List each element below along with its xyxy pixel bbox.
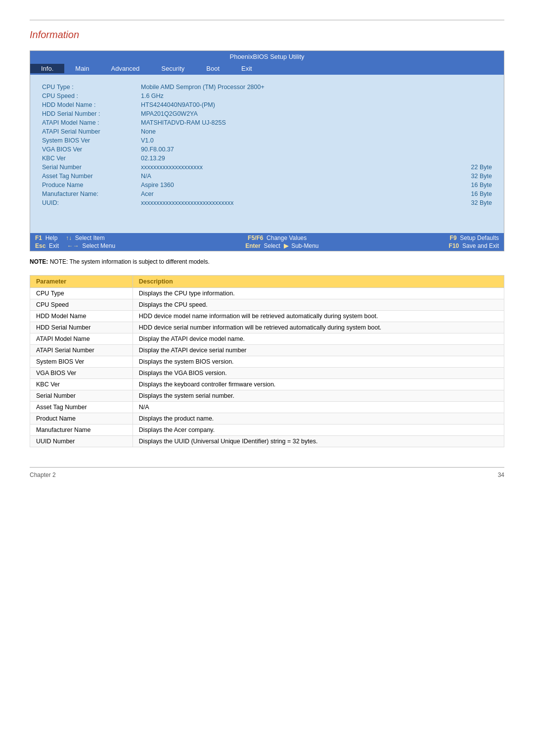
- bios-row-value: 02.13.29: [141, 155, 492, 162]
- bios-info-row: VGA BIOS Ver90.F8.00.37: [42, 146, 492, 153]
- note-label: NOTE:: [30, 258, 48, 265]
- table-cell-parameter: ATAPI Serial Number: [30, 345, 133, 356]
- table-cell-description: Display the ATAPI device serial number: [133, 345, 504, 356]
- bios-footer-row1: F1 Help ↑↓ Select Item F5/F6 Change Valu…: [35, 235, 499, 241]
- table-row: ATAPI Model NameDisplay the ATAPI device…: [30, 333, 504, 345]
- bios-row-value: N/A: [141, 173, 452, 180]
- bios-row-value: HTS4244040N9AT00-(PM): [141, 101, 492, 108]
- table-cell-parameter: ATAPI Model Name: [30, 333, 133, 345]
- table-row: UUID NumberDisplays the UUID (Universal …: [30, 436, 504, 447]
- bios-row-byte: 16 Byte: [452, 190, 492, 197]
- bios-info-row: HDD Serial Number :MPA201Q2G0W2YA: [42, 110, 492, 117]
- table-cell-parameter: Manufacturer Name: [30, 425, 133, 436]
- parameter-table: Parameter Description CPU TypeDisplays t…: [30, 275, 504, 447]
- table-row: HDD Serial NumberHDD device serial numbe…: [30, 322, 504, 333]
- table-row: HDD Model NameHDD device model name info…: [30, 311, 504, 322]
- table-header-parameter: Parameter: [30, 276, 133, 288]
- bios-row-label: VGA BIOS Ver: [42, 146, 141, 153]
- bios-row-byte: 16 Byte: [452, 182, 492, 189]
- table-cell-description: HDD device serial number information wil…: [133, 322, 504, 333]
- bottom-rule: [30, 467, 504, 468]
- bios-info-row: KBC Ver02.13.29: [42, 155, 492, 162]
- table-cell-description: Displays the VGA BIOS version.: [133, 368, 504, 379]
- table-cell-description: Displays the system serial number.: [133, 390, 504, 402]
- page-footer: Chapter 2 34: [30, 472, 504, 478]
- table-row: System BIOS VerDisplays the system BIOS …: [30, 356, 504, 368]
- bios-info-row: Produce NameAspire 136016 Byte: [42, 182, 492, 189]
- table-row: Manufacturer NameDisplays the Acer compa…: [30, 425, 504, 436]
- bios-row-value: 1.6 GHz: [141, 93, 492, 99]
- table-cell-description: HDD device model name information will b…: [133, 311, 504, 322]
- bios-nav-advanced[interactable]: Advanced: [100, 64, 150, 73]
- table-cell-parameter: CPU Type: [30, 288, 133, 299]
- table-cell-parameter: KBC Ver: [30, 379, 133, 390]
- bios-row-label: CPU Speed :: [42, 93, 141, 99]
- bios-nav-security[interactable]: Security: [150, 64, 195, 73]
- bios-info-row: CPU Speed :1.6 GHz: [42, 93, 492, 99]
- table-row: VGA BIOS VerDisplays the VGA BIOS versio…: [30, 368, 504, 379]
- table-cell-parameter: Serial Number: [30, 390, 133, 402]
- bios-info-row: ATAPI Model Name :MATSHITADVD-RAM UJ-825…: [42, 119, 492, 126]
- footer-f9: F9 Setup Defaults: [450, 235, 499, 241]
- bios-row-value: MATSHITADVD-RAM UJ-825S: [141, 119, 492, 126]
- bios-row-label: HDD Serial Number :: [42, 110, 141, 117]
- table-cell-description: Displays the product name.: [133, 413, 504, 425]
- chapter-label: Chapter 2: [30, 472, 56, 478]
- table-cell-description: Displays the CPU speed.: [133, 299, 504, 311]
- page-number: 34: [498, 472, 504, 478]
- bios-row-value: Acer: [141, 190, 452, 197]
- bios-row-label: ATAPI Serial Number: [42, 128, 141, 135]
- table-cell-description: Displays the CPU type information.: [133, 288, 504, 299]
- table-cell-description: Displays the system BIOS version.: [133, 356, 504, 368]
- table-row: Asset Tag NumberN/A: [30, 402, 504, 413]
- bios-row-value: xxxxxxxxxxxxxxxxxxxxxxxxxxxxxx: [141, 199, 452, 206]
- bios-nav-exit[interactable]: Exit: [230, 64, 263, 73]
- table-cell-parameter: Product Name: [30, 413, 133, 425]
- top-rule: [30, 20, 504, 20]
- table-row: Serial NumberDisplays the system serial …: [30, 390, 504, 402]
- note-content: NOTE: The system information is subject …: [50, 258, 210, 265]
- bios-nav-boot[interactable]: Boot: [195, 64, 230, 73]
- bios-row-label: Manufacturer Name:: [42, 190, 141, 197]
- bios-row-value: MPA201Q2G0W2YA: [141, 110, 492, 117]
- bios-info-row: Asset Tag NumberN/A32 Byte: [42, 173, 492, 180]
- table-cell-description: N/A: [133, 402, 504, 413]
- footer-f1: F1 Help ↑↓ Select Item: [35, 235, 105, 241]
- bios-nav-info[interactable]: Info.: [30, 64, 64, 73]
- bios-row-value: 90.F8.00.37: [141, 146, 492, 153]
- bios-title-bar: PhoenixBIOS Setup Utility: [30, 51, 504, 62]
- bios-nav: Info. Main Advanced Security Boot Exit: [30, 62, 504, 75]
- bios-row-label: KBC Ver: [42, 155, 141, 162]
- bios-info-row: System BIOS VerV1.0: [42, 137, 492, 144]
- bios-row-byte: 32 Byte: [452, 173, 492, 180]
- bios-row-value: Aspire 1360: [141, 182, 452, 189]
- footer-f10: F10 Save and Exit: [449, 242, 499, 249]
- table-cell-description: Displays the Acer company.: [133, 425, 504, 436]
- table-cell-parameter: HDD Model Name: [30, 311, 133, 322]
- table-cell-parameter: UUID Number: [30, 436, 133, 447]
- bios-row-value: xxxxxxxxxxxxxxxxxxxx: [141, 164, 452, 171]
- bios-footer-row2: Esc Exit ←→ Select Menu Enter Select ▶ S…: [35, 242, 499, 249]
- table-cell-description: Displays the UUID (Universal Unique IDen…: [133, 436, 504, 447]
- bios-footer: F1 Help ↑↓ Select Item F5/F6 Change Valu…: [30, 233, 504, 251]
- table-cell-parameter: Asset Tag Number: [30, 402, 133, 413]
- footer-f5f6: F5/F6 Change Values: [248, 235, 307, 241]
- table-header-description: Description: [133, 276, 504, 288]
- bios-row-byte: 32 Byte: [452, 199, 492, 206]
- bios-row-value: None: [141, 128, 492, 135]
- bios-info-row: HDD Model Name :HTS4244040N9AT00-(PM): [42, 101, 492, 108]
- bios-info-row: ATAPI Serial NumberNone: [42, 128, 492, 135]
- table-row: CPU TypeDisplays the CPU type informatio…: [30, 288, 504, 299]
- bios-nav-main[interactable]: Main: [64, 64, 100, 73]
- note-text: NOTE: NOTE: The system information is su…: [30, 258, 504, 265]
- bios-row-byte: 22 Byte: [452, 164, 492, 171]
- table-row: KBC VerDisplays the keyboard controller …: [30, 379, 504, 390]
- bios-row-label: UUID:: [42, 199, 141, 206]
- bios-row-label: Produce Name: [42, 182, 141, 189]
- table-cell-parameter: HDD Serial Number: [30, 322, 133, 333]
- bios-row-label: System BIOS Ver: [42, 137, 141, 144]
- table-cell-parameter: CPU Speed: [30, 299, 133, 311]
- table-cell-parameter: VGA BIOS Ver: [30, 368, 133, 379]
- table-cell-description: Display the ATAPI device model name.: [133, 333, 504, 345]
- bios-row-label: HDD Model Name :: [42, 101, 141, 108]
